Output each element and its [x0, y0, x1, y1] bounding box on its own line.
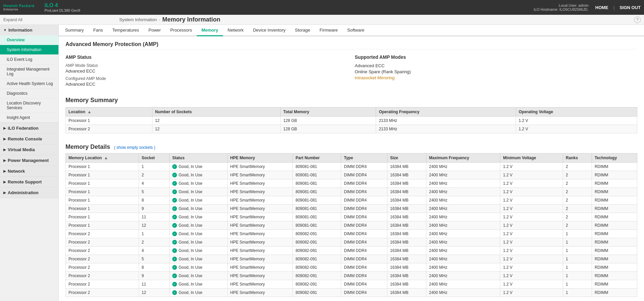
amp-supported-title: Supported AMP Modes [355, 54, 638, 60]
table-cell: 16384 MB [387, 238, 426, 247]
table-cell: 16384 MB [387, 272, 426, 280]
sidebar-item-diagnostics[interactable]: Diagnostics [0, 89, 58, 98]
table-cell: 1 [563, 289, 592, 297]
tab-power[interactable]: Power [144, 25, 166, 36]
table-cell: 2400 MHz [426, 272, 500, 280]
memory-details-col-header[interactable]: Ranks [563, 154, 592, 163]
tab-storage[interactable]: Storage [290, 25, 315, 36]
memory-details-col-header[interactable]: Socket [139, 154, 169, 163]
amp-mode-status-label: AMP Mode Status [65, 63, 348, 68]
sidebar-item-overview[interactable]: Overview [0, 35, 58, 45]
table-cell: HPE SmartMemory [227, 247, 293, 255]
amp-configured-mode-value: Advanced ECC [65, 82, 348, 87]
sidebar-section-header-remote-support[interactable]: ▶ Remote Support [0, 177, 58, 187]
table-cell: 11 [139, 280, 169, 289]
table-cell-status: ✓Good, In Use [169, 272, 227, 280]
sidebar-item-system-information[interactable]: System Information [0, 45, 58, 55]
tab-network[interactable]: Network [223, 25, 248, 36]
sidebar-item-insight-agent[interactable]: Insight Agent [0, 113, 58, 123]
logo-bottom: Enterprise [3, 8, 34, 11]
table-cell-status: ✓Good, In Use [169, 213, 227, 221]
memory-summary-col-header[interactable]: Operating Voltage [516, 108, 637, 117]
memory-details-col-header[interactable]: Technology [592, 154, 637, 163]
tab-processors[interactable]: Processors [166, 25, 197, 36]
table-cell-status: ✓Good, In Use [169, 280, 227, 289]
tab-summary[interactable]: Summary [60, 25, 89, 36]
memory-summary-col-header[interactable]: Number of Sockets [152, 108, 280, 117]
memory-summary-col-header[interactable]: Operating Frequency [376, 108, 516, 117]
integrated-management-log-label: Integrated Management Log [7, 67, 49, 76]
status-indicator: ✓Good, In Use [172, 248, 225, 253]
table-cell: 1.2 V [516, 125, 637, 133]
table-row: Processor 112✓Good, In UseHPE SmartMemor… [66, 221, 637, 230]
sidebar-section-header-network[interactable]: ▶ Network [0, 166, 58, 176]
sidebar-section-header-ilo-federation[interactable]: ▶ iLO Federation [0, 123, 58, 133]
memory-summary-col-header[interactable]: Total Memory [280, 108, 376, 117]
status-text: Good, In Use [179, 189, 202, 194]
sidebar-section-header-power-management[interactable]: ▶ Power Management [0, 155, 58, 166]
table-cell: 2133 MHz [376, 117, 516, 125]
sidebar-section-virtual-media: ▶ Virtual Media [0, 144, 58, 155]
hpe-logo: Hewlett Packard Enterprise [3, 4, 34, 11]
table-cell: HPE SmartMemory [227, 280, 293, 289]
show-empty-sockets-link[interactable]: ( show empty sockets ) [114, 145, 155, 150]
memory-details-col-header[interactable]: Minimum Voltage [500, 154, 563, 163]
sidebar-section-header-virtual-media[interactable]: ▶ Virtual Media [0, 144, 58, 155]
chevron-right-icon-5: ▶ [3, 169, 6, 173]
help-icon[interactable]: ? [634, 16, 641, 23]
memory-details-col-header[interactable]: Status [169, 154, 227, 163]
sidebar-section-header-information[interactable]: ▼ Information [0, 25, 58, 35]
memory-details-col-header[interactable]: Part Number [293, 154, 341, 163]
sidebar-section-header-administration[interactable]: ▶ Administration [0, 187, 58, 198]
tab-software[interactable]: Software [342, 25, 369, 36]
tab-memory[interactable]: Memory [197, 25, 223, 36]
table-cell: 1 [563, 255, 592, 263]
signout-link[interactable]: SIGN OUT [619, 5, 641, 10]
memory-details-col-header[interactable]: Type [341, 154, 387, 163]
table-cell: 8 [139, 263, 169, 272]
table-cell: HPE SmartMemory [227, 179, 293, 188]
status-indicator: ✓Good, In Use [172, 265, 225, 270]
table-cell: DIMM DDR4 [341, 163, 387, 171]
table-cell: 809081-081 [293, 163, 341, 171]
status-indicator: ✓Good, In Use [172, 164, 225, 169]
memory-details-col-header[interactable]: Size [387, 154, 426, 163]
sidebar-item-ilo-event-log[interactable]: iLO Event Log [0, 55, 58, 64]
tab-firmware[interactable]: Firmware [315, 25, 342, 36]
second-bar: Expand All System Information - Memory I… [0, 15, 644, 25]
sidebar-item-location-discovery[interactable]: Location Discovery Services [0, 98, 58, 113]
memory-summary-col-header[interactable]: Location ▲ [66, 108, 152, 117]
status-text: Good, In Use [179, 181, 202, 186]
sidebar-section-header-remote-console[interactable]: ▶ Remote Console [0, 134, 58, 144]
expand-all-button[interactable]: Expand All [3, 17, 22, 22]
table-cell: Processor 2 [66, 247, 139, 255]
table-cell: Processor 2 [66, 289, 139, 297]
sidebar-section-remote-console: ▶ Remote Console [0, 134, 58, 144]
administration-label: Administration [8, 190, 39, 195]
table-cell: 2 [563, 188, 592, 196]
table-cell: HPE SmartMemory [227, 230, 293, 238]
sidebar-item-integrated-management-log[interactable]: Integrated Management Log [0, 64, 58, 79]
tab-temperatures[interactable]: Temperatures [108, 25, 144, 36]
table-cell: 16384 MB [387, 230, 426, 238]
memory-details-col-header[interactable]: Memory Location ▲ [66, 154, 139, 163]
table-cell: RDIMM [592, 163, 637, 171]
table-cell: Processor 2 [66, 255, 139, 263]
table-cell: DIMM DDR4 [341, 171, 387, 179]
tab-fans[interactable]: Fans [89, 25, 108, 36]
table-cell: 809081-081 [293, 213, 341, 221]
chevron-down-icon: ▼ [3, 28, 7, 32]
table-row: Processor 212✓Good, In UseHPE SmartMemor… [66, 289, 637, 297]
table-cell: Processor 2 [66, 125, 152, 133]
table-cell: 809081-081 [293, 196, 341, 205]
tab-device-inventory[interactable]: Device Inventory [248, 25, 290, 36]
supported-mode-item: Intrasocket Mirroring [355, 75, 638, 80]
supported-mode-item: Online Spare (Rank Sparing) [355, 69, 638, 74]
table-cell: Processor 1 [66, 179, 139, 188]
memory-details-col-header[interactable]: HPE Memory [227, 154, 293, 163]
memory-details-col-header[interactable]: Maximum Frequency [426, 154, 500, 163]
sidebar-item-active-health-system-log[interactable]: Active Health System Log [0, 79, 58, 89]
status-indicator: ✓Good, In Use [172, 181, 225, 186]
home-link[interactable]: HOME [595, 5, 608, 10]
insight-agent-label: Insight Agent [7, 115, 30, 120]
